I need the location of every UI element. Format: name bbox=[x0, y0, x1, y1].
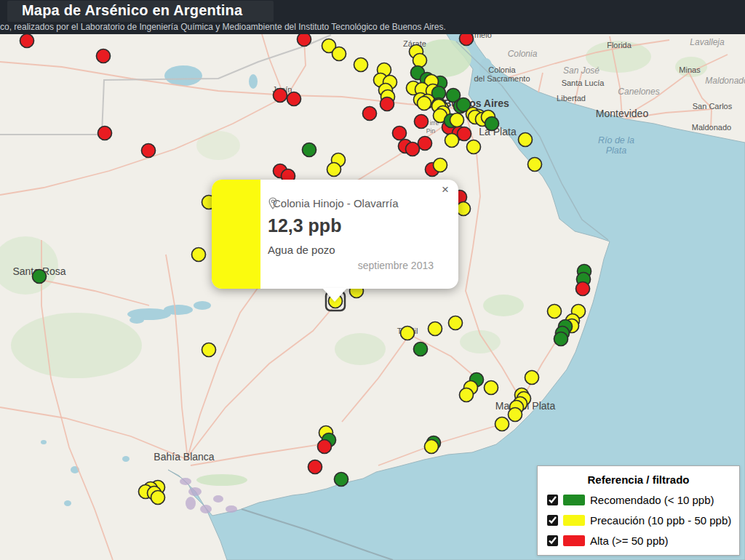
marker-red[interactable] bbox=[98, 127, 112, 140]
marker-red[interactable] bbox=[298, 33, 311, 47]
tidal-flat bbox=[226, 505, 237, 513]
marker-yellow[interactable] bbox=[495, 417, 509, 431]
lake bbox=[249, 74, 258, 89]
marker-red[interactable] bbox=[576, 282, 590, 296]
marker-red[interactable] bbox=[393, 127, 407, 140]
map-label: San José bbox=[563, 65, 599, 76]
marker-yellow[interactable] bbox=[418, 97, 431, 111]
vegetation-patch bbox=[11, 313, 142, 378]
map-label: Libertad bbox=[557, 94, 586, 103]
marker-popup: × Colonia Hinojo - Olavarría 12,3 ppb Ag… bbox=[212, 180, 458, 289]
marker-green[interactable] bbox=[554, 332, 568, 346]
marker-yellow[interactable] bbox=[332, 47, 346, 61]
marker-yellow[interactable] bbox=[192, 248, 206, 262]
marker-red[interactable] bbox=[274, 89, 287, 103]
marker-red[interactable] bbox=[287, 92, 301, 106]
map-label: Pin bbox=[426, 127, 436, 135]
marker-yellow[interactable] bbox=[485, 381, 498, 395]
tidal-flat bbox=[180, 478, 191, 485]
page-title: Mapa de Arsénico en Argentina bbox=[22, 2, 242, 19]
lake bbox=[194, 301, 211, 310]
marker-yellow[interactable] bbox=[525, 371, 539, 385]
tidal-flat bbox=[188, 487, 202, 496]
marker-yellow[interactable] bbox=[429, 322, 442, 336]
marker-yellow[interactable] bbox=[457, 202, 471, 216]
marker-red[interactable] bbox=[418, 137, 432, 151]
legend-swatch-green bbox=[563, 495, 585, 505]
map-label: Plata bbox=[606, 145, 627, 156]
marker-yellow[interactable] bbox=[434, 159, 447, 172]
marker-yellow[interactable] bbox=[401, 327, 415, 340]
map-label: Bahía Blanca bbox=[154, 451, 214, 463]
close-icon[interactable]: × bbox=[442, 183, 449, 196]
lake bbox=[64, 500, 71, 506]
marker-yellow[interactable] bbox=[528, 158, 542, 172]
tidal-flat bbox=[200, 505, 212, 513]
marker-green[interactable] bbox=[33, 270, 47, 284]
popup-date: septiembre 2013 bbox=[268, 260, 434, 271]
marker-red[interactable] bbox=[458, 127, 471, 141]
marker-green[interactable] bbox=[414, 343, 428, 356]
marker-green[interactable] bbox=[303, 143, 316, 157]
page-subtitle: co, realizados por el Laboratorio de Ing… bbox=[0, 22, 446, 32]
map-label: Río de la bbox=[598, 135, 634, 145]
map-label: Montevideo bbox=[596, 108, 649, 119]
marker-yellow[interactable] bbox=[327, 163, 341, 177]
lake bbox=[164, 65, 202, 86]
vegetation-patch bbox=[335, 333, 386, 365]
marker-yellow[interactable] bbox=[548, 305, 562, 319]
marker-yellow[interactable] bbox=[202, 343, 216, 357]
marker-yellow[interactable] bbox=[354, 58, 368, 72]
lake bbox=[130, 316, 144, 324]
marker-red[interactable] bbox=[363, 107, 377, 121]
legend-label: Precaución (10 ppb - 50 ppb) bbox=[590, 514, 731, 527]
legend-row-alta: Alta (>= 50 ppb) bbox=[547, 535, 739, 547]
legend-checkbox-recomendado[interactable] bbox=[547, 495, 558, 505]
marker-red[interactable] bbox=[406, 143, 420, 156]
tidal-flat bbox=[213, 495, 223, 503]
map-label: Maldonado bbox=[692, 123, 731, 132]
lake bbox=[122, 456, 130, 462]
legend-panel: Referencia / filtrado Recomendado (< 10 … bbox=[537, 465, 740, 556]
marker-yellow[interactable] bbox=[445, 134, 459, 148]
marker-yellow[interactable] bbox=[460, 388, 474, 402]
map-label: Santa Lucía bbox=[562, 79, 605, 87]
marker-yellow[interactable] bbox=[425, 440, 439, 454]
lake bbox=[164, 305, 193, 315]
marker-red[interactable] bbox=[97, 49, 111, 63]
legend-title: Referencia / filtrado bbox=[538, 473, 739, 486]
marker-yellow[interactable] bbox=[509, 408, 522, 422]
marker-green[interactable] bbox=[485, 117, 499, 131]
marker-red[interactable] bbox=[142, 144, 156, 158]
marker-yellow[interactable] bbox=[467, 140, 481, 154]
marker-red[interactable] bbox=[20, 34, 34, 48]
legend-checkbox-alta[interactable] bbox=[547, 535, 558, 546]
marker-red[interactable] bbox=[381, 97, 394, 111]
map-label: Minas bbox=[679, 65, 701, 74]
legend-swatch-red bbox=[563, 535, 585, 546]
header: Mapa de Arsénico en Argentina co, realiz… bbox=[0, 0, 745, 34]
map-label: Maldonado bbox=[705, 76, 745, 86]
popup-location: Colonia Hinojo - Olavarría bbox=[273, 197, 399, 209]
map-label: Florida bbox=[607, 41, 632, 49]
lake bbox=[41, 440, 47, 444]
legend-label: Recomendado (< 10 ppb) bbox=[590, 494, 714, 506]
marker-yellow[interactable] bbox=[450, 113, 464, 127]
marker-yellow[interactable] bbox=[151, 491, 165, 505]
marker-yellow[interactable] bbox=[519, 133, 533, 147]
legend-row-precaucion: Precaución (10 ppb - 50 ppb) bbox=[547, 514, 739, 527]
marker-red[interactable] bbox=[308, 460, 322, 474]
popup-color-band bbox=[212, 180, 260, 289]
marker-yellow[interactable] bbox=[413, 54, 427, 68]
marker-red[interactable] bbox=[318, 440, 332, 454]
marker-red[interactable] bbox=[415, 115, 429, 129]
legend-checkbox-precaucion[interactable] bbox=[547, 515, 558, 526]
map-label: Lavalleja bbox=[690, 37, 725, 47]
marker-yellow[interactable] bbox=[449, 316, 463, 330]
marker-green[interactable] bbox=[335, 473, 348, 487]
vegetation-patch bbox=[483, 295, 524, 316]
popup-tail bbox=[322, 288, 347, 302]
popup-source: Agua de pozo bbox=[268, 244, 434, 256]
legend-row-recomendado: Recomendado (< 10 ppb) bbox=[547, 494, 739, 506]
map-label: del Sacramento bbox=[474, 74, 530, 83]
